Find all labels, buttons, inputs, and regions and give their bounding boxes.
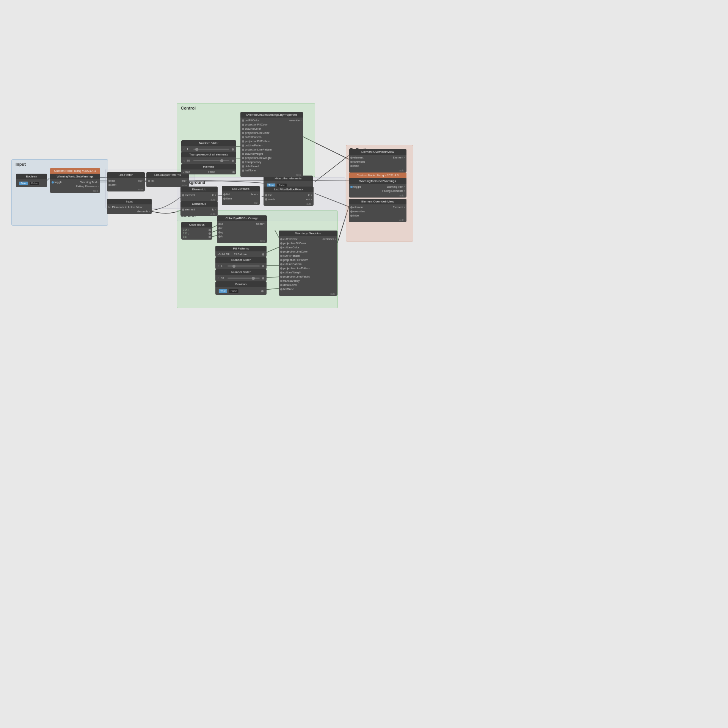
- warning-tools-revit-node[interactable]: Custom Node: Bang v.2021.4.3 WarningTool…: [349, 173, 406, 198]
- element-id-top-node[interactable]: Element.Id element id› auto: [180, 187, 218, 202]
- control-top-label: Control: [181, 106, 196, 110]
- fill-patterns-title: Fill Patterns: [215, 246, 267, 251]
- warning-tools-revit-title-top: Custom Node: Bang v.2021.4.3: [349, 173, 406, 178]
- fill-patterns-node[interactable]: Fill Patterns •Solid Fill ... FillPatter…: [215, 246, 267, 257]
- color-byargb-title: Color.ByARGB - Orange: [217, 215, 267, 221]
- element-override-2-node[interactable]: Element.OverrideInView element Element› …: [349, 199, 406, 222]
- list-uniquepatterns-node[interactable]: List.UniquePatterns list ind› auto: [146, 172, 189, 187]
- number-slider-3-node[interactable]: Number Slider ○ 80: [215, 269, 267, 281]
- warning-tools-revit-title: WarningTools.GetWarnings: [349, 178, 406, 184]
- list-flatten-title: List.Flatten: [107, 172, 145, 178]
- number-slider-1-node[interactable]: Number Slider ○ 1: [181, 140, 236, 152]
- element-override-1-node[interactable]: Element.OverrideInView element Element› …: [349, 149, 406, 173]
- code-block-node[interactable]: Code Block 255; 131; 58;: [181, 222, 212, 240]
- list-contains-node[interactable]: List.Contains list bool› item list: [222, 186, 260, 205]
- false-toggle[interactable]: False: [29, 181, 39, 185]
- list-flatten-node[interactable]: List.Flatten list list› amt auto: [107, 172, 145, 191]
- number-slider-2-node[interactable]: Number Slider ○ 4: [215, 257, 267, 269]
- halftone-node[interactable]: Halftone • True False: [181, 164, 236, 174]
- input-elements-title: Input: [107, 199, 152, 204]
- ns1-title: Number Slider: [181, 140, 236, 146]
- transparency-slider-node[interactable]: Transparency of all elements ○ 80: [181, 152, 236, 164]
- element-id-bottom-title: Element.Id: [180, 201, 218, 207]
- element-id-top-title: Element.Id: [180, 187, 218, 192]
- code-block-title: Code Block: [181, 222, 212, 228]
- warnings-graphics-title: Warnings Graphics: [279, 231, 337, 236]
- canvas: Input Background Background Control Cont…: [0, 0, 728, 728]
- connections-svg: [0, 0, 728, 728]
- halftone-title: Halftone: [181, 164, 236, 169]
- ns3-title: Number Slider: [215, 269, 267, 275]
- warning-tools-top-subtitle: WarningTools.GetWarnings: [50, 174, 100, 179]
- true-toggle[interactable]: True: [19, 181, 28, 185]
- list-filterbool-title: List.FilterByBoolMask: [264, 187, 314, 192]
- input-group-label: Input: [16, 162, 26, 166]
- element-id-bottom-node[interactable]: Element.Id element id› auto: [180, 201, 218, 216]
- boolean-title: Boolean: [16, 174, 47, 179]
- element-override-2-title: Element.OverrideInView: [349, 199, 406, 204]
- input-elements-node[interactable]: Input NI Elements In Active View element…: [107, 199, 152, 214]
- list-contains-title: List.Contains: [222, 186, 260, 191]
- override-graphics-title: OverrideGraphicSettings.ByProperties: [240, 112, 303, 118]
- ns2-title: Number Slider: [215, 257, 267, 263]
- warning-tools-top-node[interactable]: Custom Node: Bang v.2021.4.3 WarningTool…: [50, 168, 100, 193]
- true-bottom[interactable]: True: [218, 289, 228, 293]
- boolean-bottom-node[interactable]: Boolean True False: [215, 281, 267, 295]
- boolean-bottom-title: Boolean: [215, 281, 267, 287]
- override-graphics-node[interactable]: OverrideGraphicSettings.ByProperties cut…: [240, 112, 303, 177]
- transparency-title: Transparency of all elements: [181, 152, 236, 157]
- ni-elements-label: NI Elements In Active View: [108, 206, 142, 209]
- element-override-1-title: Element.OverrideInView: [349, 149, 406, 155]
- warnings-graphics-node[interactable]: Warnings Graphics cutFillColor overrides…: [279, 231, 337, 296]
- list-filterbool-node[interactable]: List.FilterByBoolMask list in› mask out›…: [264, 187, 314, 206]
- boolean-input-node[interactable]: Boolean True False: [16, 174, 47, 187]
- false-bottom[interactable]: False: [229, 289, 239, 293]
- color-byargb-node[interactable]: Color.ByARGB - Orange a colour› r g b au…: [217, 215, 267, 243]
- warning-tools-top-title: Custom Node: Bang v.2021.4.3: [50, 168, 100, 174]
